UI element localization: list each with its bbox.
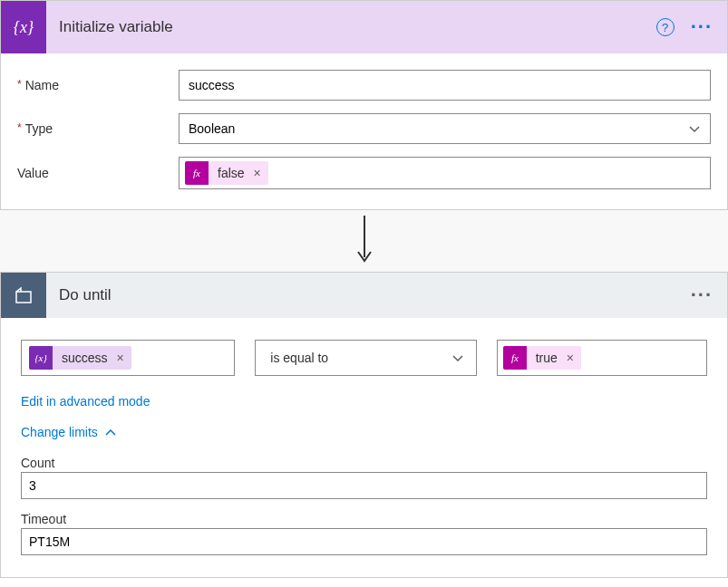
svg-text:fx: fx [193,168,200,178]
condition-row: {x} success × is equal to fx true [21,340,707,376]
value-row: Value fx false × [17,157,711,189]
count-label: Count [21,456,707,470]
name-label: Name [17,78,179,92]
type-row: Type [17,113,711,144]
type-select[interactable] [179,113,711,144]
fx-icon: fx [185,161,209,185]
remove-token-icon[interactable]: × [117,351,131,365]
value-input[interactable]: fx false × [179,157,711,189]
value-label: Value [17,166,179,180]
edit-advanced-link[interactable]: Edit in advanced mode [21,394,150,409]
name-row: Name [17,70,711,101]
change-limits-toggle[interactable]: Change limits [21,425,116,439]
operator-text: is equal to [270,351,328,365]
svg-text:{x}: {x} [14,18,34,36]
value-token-text: false [209,166,254,180]
true-expression-token[interactable]: fx true × [503,346,581,370]
change-limits-row: Change limits [21,425,707,439]
success-variable-token[interactable]: {x} success × [29,346,131,370]
remove-token-icon[interactable]: × [254,166,268,180]
name-input[interactable] [179,70,711,101]
condition-operator-select[interactable]: is equal to [255,340,476,376]
do-until-card: Do until ··· {x} success × is equal to [0,272,728,578]
svg-text:{x}: {x} [34,352,47,363]
variable-icon: {x} [29,346,53,370]
initialize-variable-card: {x} Initialize variable ? ··· Name Type … [0,0,728,210]
help-icon[interactable]: ? [656,18,675,36]
edit-advanced-row: Edit in advanced mode [21,394,707,409]
chevron-down-icon [452,351,463,365]
init-var-body: Name Type Value fx [1,53,727,209]
flow-connector [0,210,728,272]
do-until-title: Do until [59,286,691,304]
timeout-label: Timeout [21,512,707,526]
do-until-header[interactable]: Do until ··· [1,273,727,318]
svg-text:fx: fx [511,352,519,363]
do-until-body: {x} success × is equal to fx true [1,318,727,577]
variable-icon: {x} [1,1,46,53]
condition-left-input[interactable]: {x} success × [21,340,235,376]
left-token-text: success [53,351,117,365]
init-var-header[interactable]: {x} Initialize variable ? ··· [1,1,727,53]
loop-icon [1,273,46,318]
change-limits-text: Change limits [21,425,98,439]
value-token[interactable]: fx false × [185,161,268,185]
condition-right-input[interactable]: fx true × [497,340,707,376]
right-token-text: true [527,351,567,365]
remove-token-icon[interactable]: × [567,351,581,365]
fx-icon: fx [503,346,527,370]
count-input[interactable] [21,472,707,499]
svg-rect-3 [16,292,31,303]
timeout-input[interactable] [21,528,707,555]
init-var-title: Initialize variable [59,18,656,36]
arrow-down-icon [354,214,375,266]
type-label: Type [17,121,179,136]
chevron-up-icon [105,425,116,439]
